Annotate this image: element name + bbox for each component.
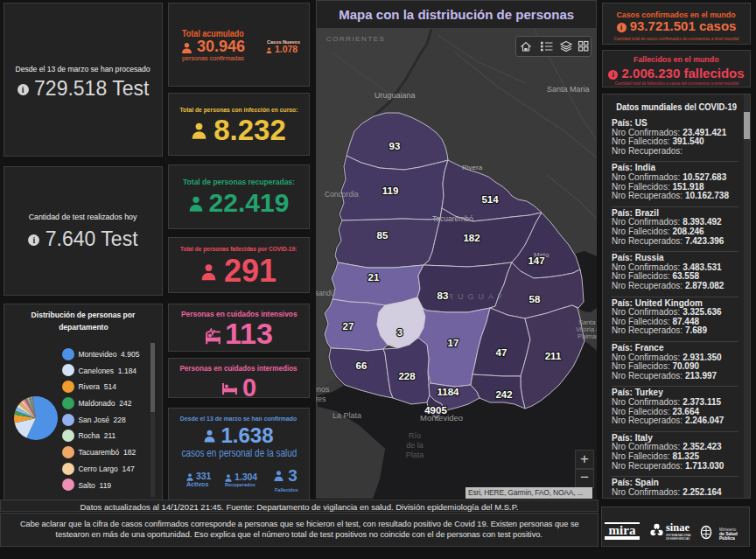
svg-text:66: 66 [356,360,368,371]
svg-text:3: 3 [397,327,402,338]
svg-text:Palmar: Palmar [578,332,597,340]
svg-text:de la: de la [406,441,424,450]
svg-text:85: 85 [377,230,388,241]
svg-text:58: 58 [529,294,541,304]
svg-text:Concordia: Concordia [325,190,359,199]
svg-text:Río: Río [409,431,421,440]
svg-text:17: 17 [448,338,459,348]
svg-text:Paysandú: Paysandú [316,289,335,297]
svg-text:228: 228 [398,371,416,381]
svg-text:27: 27 [343,321,354,332]
svg-text:242: 242 [495,389,512,400]
svg-text:Rivera: Rivera [462,164,483,171]
svg-text:93: 93 [389,141,401,151]
svg-text:CORRIENTES: CORRIENTES [326,35,385,43]
svg-text:514: 514 [481,194,499,205]
svg-text:Buenos: Buenos [316,385,330,394]
svg-text:La Plata: La Plata [332,411,361,420]
svg-text:Uruguaiana: Uruguaiana [374,91,416,100]
svg-text:119: 119 [382,185,399,196]
svg-text:Tacuarembó: Tacuarembó [432,214,473,223]
svg-text:Aires: Aires [316,395,326,403]
svg-text:211: 211 [545,351,562,361]
svg-text:182: 182 [463,233,480,243]
svg-text:1184: 1184 [438,387,460,397]
svg-text:83: 83 [438,290,449,301]
svg-text:21: 21 [368,272,380,283]
svg-text:4905: 4905 [424,405,447,416]
svg-text:147: 147 [528,255,544,266]
svg-text:Santa Maria: Santa Maria [547,85,590,94]
svg-text:Plata: Plata [406,451,424,459]
svg-text:47: 47 [496,347,508,358]
